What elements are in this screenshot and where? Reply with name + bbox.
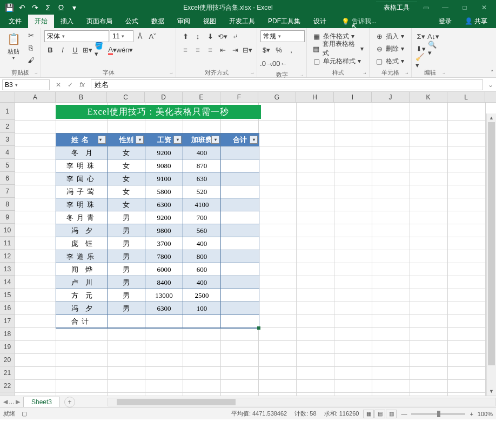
col-header-F[interactable]: F: [220, 92, 258, 102]
filter-dropdown-icon[interactable]: ▾: [136, 136, 144, 144]
name-box[interactable]: B3: [2, 79, 50, 90]
format-painter-icon[interactable]: 🖌: [25, 54, 37, 66]
cell-style-button[interactable]: ▢单元格样式▾: [310, 55, 363, 67]
symbol-icon[interactable]: Ω: [55, 2, 67, 14]
tab-view[interactable]: 视图: [197, 15, 223, 28]
percent-icon[interactable]: %: [273, 44, 285, 56]
tab-home[interactable]: 开始: [28, 15, 54, 28]
currency-icon[interactable]: $▾: [260, 44, 272, 56]
align-top-icon[interactable]: ⬆: [179, 30, 191, 42]
qat-more-icon[interactable]: ▾: [68, 2, 80, 14]
decrease-decimal-icon[interactable]: .00←: [273, 57, 285, 69]
row-header-13[interactable]: 13: [0, 263, 15, 276]
row-header-3[interactable]: 3: [0, 133, 15, 146]
comma-icon[interactable]: ,: [285, 44, 297, 56]
row-header-12[interactable]: 12: [0, 250, 15, 263]
zoom-slider[interactable]: [411, 413, 465, 415]
delete-cells-button[interactable]: ⊖删除▾: [373, 43, 406, 55]
redo-icon[interactable]: ↷: [29, 2, 41, 14]
macro-record-icon[interactable]: ▢: [22, 410, 27, 417]
undo-icon[interactable]: ↶: [16, 2, 28, 14]
indent-dec-icon[interactable]: ⇤: [217, 44, 229, 56]
scroll-thumb[interactable]: [488, 122, 495, 365]
share-button[interactable]: 👤 共享: [458, 15, 494, 28]
view-page-icon[interactable]: ▤: [374, 410, 385, 418]
row-header-2[interactable]: 2: [0, 120, 15, 133]
font-name-combo[interactable]: 宋体: [44, 30, 109, 42]
zoom-in-icon[interactable]: +: [470, 411, 473, 417]
tab-insert[interactable]: 插入: [54, 15, 80, 28]
formula-input[interactable]: 姓名: [91, 79, 483, 90]
filter-dropdown-icon[interactable]: ▾: [98, 136, 106, 144]
tab-page-layout[interactable]: 页面布局: [80, 15, 119, 28]
view-normal-icon[interactable]: ▦: [363, 410, 374, 418]
underline-icon[interactable]: U: [69, 44, 81, 56]
col-header-C[interactable]: C: [107, 92, 145, 102]
tab-data[interactable]: 数据: [145, 15, 171, 28]
row-header-20[interactable]: 20: [0, 353, 15, 366]
vertical-scrollbar[interactable]: ▲ ▼: [486, 113, 496, 396]
zoom-level[interactable]: 100%: [478, 411, 493, 417]
minimize-icon[interactable]: —: [437, 2, 454, 14]
row-header-1[interactable]: 1: [0, 103, 15, 120]
col-header-D[interactable]: D: [145, 92, 183, 102]
maximize-icon[interactable]: □: [456, 2, 473, 14]
table-header[interactable]: 性别▾: [108, 133, 145, 146]
wrap-text-icon[interactable]: ⤶: [229, 30, 241, 42]
row-header-8[interactable]: 8: [0, 198, 15, 211]
table-header[interactable]: 加班费▾: [183, 133, 221, 146]
sheet-nav-prev-icon[interactable]: ◀: [3, 398, 8, 405]
add-sheet-button[interactable]: +: [64, 397, 75, 407]
row-header-18[interactable]: 18: [0, 327, 15, 340]
table-header[interactable]: 工资▾: [145, 133, 183, 146]
row-header-19[interactable]: 19: [0, 340, 15, 353]
row-header-5[interactable]: 5: [0, 159, 15, 172]
copy-icon[interactable]: ⎘: [25, 42, 37, 54]
sheet-nav-next-icon[interactable]: ▶: [16, 398, 20, 405]
col-header-H[interactable]: H: [296, 92, 334, 102]
ribbon-options-icon[interactable]: ▭: [417, 2, 434, 14]
filter-dropdown-icon[interactable]: ▾: [211, 136, 219, 144]
border-icon[interactable]: ⊞▾: [82, 44, 93, 56]
table-header[interactable]: 合计▾: [221, 133, 259, 146]
col-header-I[interactable]: I: [334, 92, 372, 102]
col-header-B[interactable]: B: [56, 92, 107, 102]
horizontal-scrollbar[interactable]: [108, 398, 496, 406]
font-size-combo[interactable]: 11: [110, 30, 133, 42]
tab-design[interactable]: 设计: [307, 15, 333, 28]
row-header-17[interactable]: 17: [0, 315, 15, 327]
scroll-down-icon[interactable]: ▼: [487, 387, 496, 396]
col-header-A[interactable]: A: [15, 92, 56, 102]
align-left-icon[interactable]: ≡: [179, 44, 191, 56]
align-center-icon[interactable]: ≡: [192, 44, 204, 56]
zoom-out-icon[interactable]: —: [401, 411, 407, 417]
collapse-ribbon-icon[interactable]: ˄: [491, 69, 494, 76]
find-icon[interactable]: 🔍▾: [427, 43, 439, 55]
fill-color-icon[interactable]: 🪣▾: [94, 44, 106, 56]
close-icon[interactable]: ✕: [475, 2, 493, 14]
col-header-L[interactable]: L: [447, 92, 485, 102]
row-header-23[interactable]: 23: [0, 392, 15, 396]
row-header-7[interactable]: 7: [0, 185, 15, 198]
italic-icon[interactable]: I: [57, 44, 69, 56]
row-header-15[interactable]: 15: [0, 289, 15, 302]
paste-button[interactable]: 📋 粘贴▾: [2, 29, 25, 62]
tab-developer[interactable]: 开发工具: [223, 15, 262, 28]
row-header-4[interactable]: 4: [0, 146, 15, 159]
tab-file[interactable]: 文件: [2, 15, 28, 28]
cancel-formula-icon[interactable]: ✕: [53, 79, 64, 90]
hscroll-thumb[interactable]: [117, 399, 236, 405]
row-header-14[interactable]: 14: [0, 276, 15, 289]
sheet-nav-more-icon[interactable]: …: [9, 398, 15, 405]
clear-icon[interactable]: 🧹▾: [415, 55, 427, 67]
bold-icon[interactable]: B: [44, 44, 56, 56]
merge-icon[interactable]: ⊟▾: [242, 44, 253, 56]
filter-dropdown-icon[interactable]: ▾: [250, 136, 258, 144]
cut-icon[interactable]: ✂: [25, 29, 37, 41]
row-header-16[interactable]: 16: [0, 302, 15, 315]
tab-review[interactable]: 审阅: [171, 15, 197, 28]
tell-me-input[interactable]: 💡告诉我...: [335, 15, 383, 28]
row-header-10[interactable]: 10: [0, 224, 15, 237]
table-header[interactable]: 姓名▾: [56, 133, 108, 146]
autosum-icon[interactable]: Σ: [42, 2, 54, 14]
